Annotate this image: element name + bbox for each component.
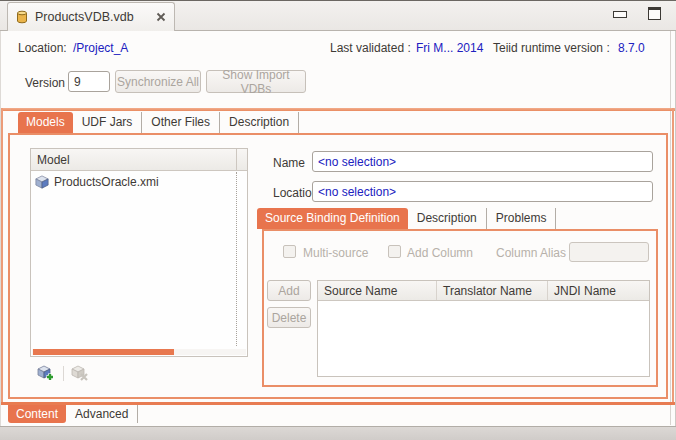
models-panel: Model ProductsOracle.xmi [8,133,668,399]
tab-other-files[interactable]: Other Files [142,112,220,133]
last-validated-label: Last validated : [330,41,411,55]
tab-models[interactable]: Models [18,112,73,133]
tab-problems[interactable]: Problems [487,208,557,229]
multi-source-checkbox[interactable] [283,245,296,258]
name-input[interactable] [312,151,653,172]
column-source-name[interactable]: Source Name [318,281,437,300]
bottom-tabstrip: Content Advanced [8,405,138,423]
content-folder-border-left [1,108,3,405]
name-label: Name [273,156,305,170]
delete-source-button[interactable]: Delete [267,307,311,328]
version-label: Version [25,76,65,90]
tab-content[interactable]: Content [8,405,66,423]
model-name: ProductsOracle.xmi [54,175,159,189]
minimize-icon[interactable] [613,11,627,18]
tab-binding-description[interactable]: Description [408,208,487,229]
last-validated-value: Fri M... 2014 [416,41,483,55]
location-label: Location: [18,41,67,55]
close-icon[interactable] [156,12,166,22]
editor-tab[interactable]: ProductsVDB.vdb [7,2,175,31]
status-bar [0,426,676,440]
add-column-label: Add Column [407,246,473,260]
column-divider [236,149,237,171]
models-table: Model ProductsOracle.xmi [30,148,248,357]
vdb-file-icon [16,10,28,24]
tab-udf-jars[interactable]: UDF Jars [73,112,143,133]
tab-source-binding-definition[interactable]: Source Binding Definition [257,208,408,229]
window-right-edge [670,31,671,425]
tab-advanced[interactable]: Advanced [66,405,138,423]
column-jndi-name[interactable]: JNDI Name [548,281,649,300]
column-alias-label: Column Alias [496,246,566,260]
sources-table: Source Name Translator Name JNDI Name [317,280,650,377]
version-input[interactable] [68,71,110,92]
multi-source-label: Multi-source [303,246,368,260]
location-input[interactable] [312,181,653,202]
model-cube-icon [35,175,49,189]
show-import-vdbs-button[interactable]: Show Import VDBs [206,70,306,93]
runtime-version-label: Teiid runtime version : [493,41,610,55]
column-divider-dotted [236,172,237,346]
editor-tabbar: ProductsVDB.vdb [0,1,676,31]
add-column-checkbox[interactable] [388,245,401,258]
content-folder-border-top [1,108,675,111]
toolbar-divider [63,366,64,381]
remove-model-button[interactable] [70,363,90,383]
sources-table-header: Source Name Translator Name JNDI Name [318,281,649,301]
tab-description[interactable]: Description [220,112,299,133]
runtime-version-value: 8.7.0 [618,41,645,55]
horizontal-scrollbar[interactable] [32,349,246,355]
maximize-icon[interactable] [648,7,661,20]
add-model-icon [37,364,55,382]
sources-table-body [318,301,649,377]
location-value: /Project_A [73,41,128,55]
add-model-button[interactable] [36,363,56,383]
vdb-editor-window: ProductsVDB.vdb Location: /Project_A Las… [0,0,676,440]
column-alias-input[interactable] [569,242,649,262]
source-binding-panel: Multi-source Add Column Column Alias Add… [262,229,658,387]
editor-tab-title: ProductsVDB.vdb [35,10,134,24]
synchronize-all-button[interactable]: Synchronize All [115,70,201,93]
model-row[interactable]: ProductsOracle.xmi [31,172,235,192]
main-tabstrip: Models UDF Jars Other Files Description [18,112,299,133]
binding-tabstrip: Source Binding Definition Description Pr… [257,208,556,229]
content-folder-border-right [672,108,674,405]
column-translator-name[interactable]: Translator Name [437,281,548,300]
models-column-header[interactable]: Model [31,149,247,171]
remove-model-icon [71,364,89,382]
scrollbar-thumb[interactable] [33,349,174,355]
add-source-button[interactable]: Add [267,280,311,301]
